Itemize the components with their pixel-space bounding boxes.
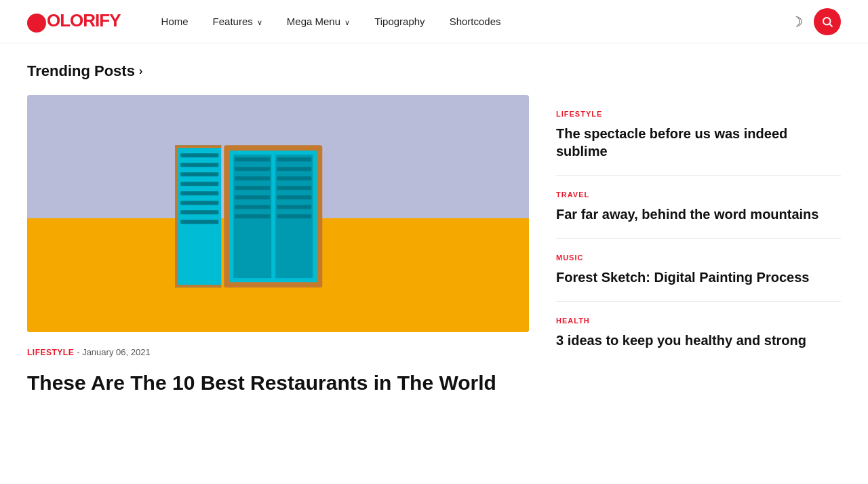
trending-chevron: › [139, 65, 142, 77]
search-icon [821, 16, 833, 28]
sidebar-title-3: Forest Sketch: Digital Painting Process [556, 268, 841, 286]
nav-item-shortcodes[interactable]: Shortcodes [450, 16, 501, 28]
nav-right-controls: ☽ [791, 8, 841, 35]
nav-item-features[interactable]: Features ∨ [213, 16, 262, 28]
sidebar-title-2: Far far away, behind the word mountains [556, 205, 841, 223]
sidebar-post-4[interactable]: HEALTH 3 ideas to keep you healthy and s… [556, 302, 841, 364]
sidebar-category-2: TRAVEL [556, 190, 841, 199]
svg-line-1 [829, 24, 832, 26]
nav-link-typography[interactable]: Tipography [374, 16, 425, 27]
sidebar-post-3[interactable]: MUSIC Forest Sketch: Digital Painting Pr… [556, 239, 841, 302]
sidebar-title-4: 3 ideas to keep you healthy and strong [556, 331, 841, 349]
sidebar-post-1[interactable]: LIFESTYLE The spectacle before us was in… [556, 95, 841, 176]
featured-post[interactable]: LIFESTYLE - January 06, 2021 These Are T… [27, 95, 529, 396]
sidebar-post-2[interactable]: TRAVEL Far far away, behind the word mou… [556, 176, 841, 239]
sidebar-category-4: HEALTH [556, 317, 841, 325]
logo-icon: C [27, 14, 46, 33]
featured-date: - January 06, 2021 [77, 347, 150, 357]
nav-link-shortcodes[interactable]: Shortcodes [450, 16, 501, 27]
featured-title[interactable]: These Are The 10 Best Restaurants in The… [27, 370, 529, 396]
svg-point-0 [823, 18, 831, 25]
window-illustration [224, 145, 322, 287]
nav-item-home[interactable]: Home [161, 16, 189, 28]
trending-label: Trending Posts [27, 62, 135, 80]
logo-text: OLORIFY [47, 10, 121, 31]
trending-header[interactable]: Trending Posts › [27, 62, 841, 80]
dark-mode-toggle[interactable]: ☽ [791, 14, 803, 30]
sidebar-posts: LIFESTYLE The spectacle before us was in… [556, 95, 841, 396]
site-logo[interactable]: COLORIFY [27, 10, 121, 33]
content-grid: LIFESTYLE - January 06, 2021 These Are T… [27, 95, 841, 396]
dropdown-arrow: ∨ [255, 18, 262, 26]
sidebar-title-1: The spectacle before us was indeed subli… [556, 125, 841, 160]
featured-image [27, 95, 529, 332]
featured-meta: LIFESTYLE - January 06, 2021 [27, 332, 529, 363]
search-button[interactable] [814, 8, 841, 35]
sidebar-category-1: LIFESTYLE [556, 110, 841, 118]
featured-image-illustration [27, 95, 529, 332]
main-nav: Home Features ∨ Mega Menu ∨ Tipography S… [161, 16, 791, 28]
dropdown-arrow: ∨ [342, 18, 350, 26]
nav-link-home[interactable]: Home [161, 16, 189, 27]
nav-link-features[interactable]: Features ∨ [213, 16, 262, 27]
nav-item-typography[interactable]: Tipography [374, 16, 425, 28]
featured-category: LIFESTYLE [27, 348, 74, 357]
sidebar-category-3: MUSIC [556, 254, 841, 262]
nav-link-mega-menu[interactable]: Mega Menu ∨ [287, 16, 350, 27]
nav-item-mega-menu[interactable]: Mega Menu ∨ [287, 16, 350, 28]
